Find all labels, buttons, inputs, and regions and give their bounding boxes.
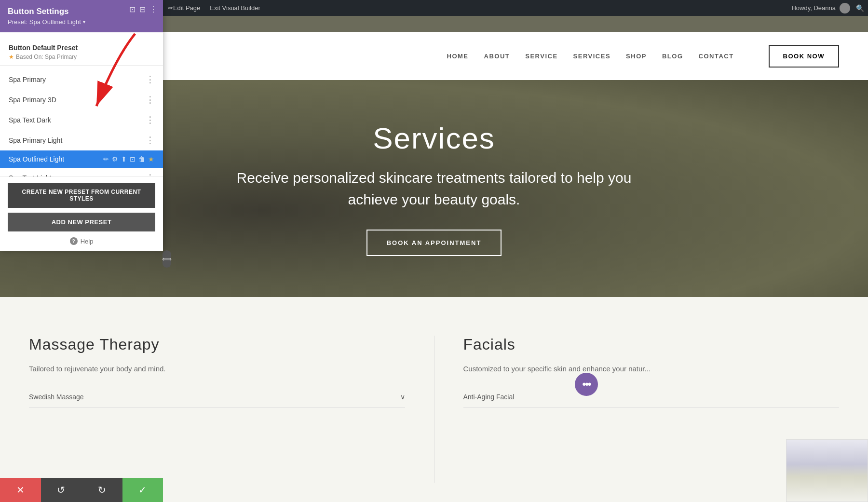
nav-contact[interactable]: CONTACT [699,53,734,60]
undo-button[interactable]: ↺ [41,478,82,502]
undo-icon: ↺ [57,484,65,496]
panel-preset-label[interactable]: Preset: Spa Outlined Light [8,18,81,26]
save-button[interactable]: ✓ [122,478,163,502]
hero-title: Services [227,121,641,155]
panel-header-actions: ⊡ ⊟ ⋮ [129,5,157,14]
button-settings-panel: Button Settings Preset: Spa Outlined Lig… [0,0,163,251]
panel-footer: CREATE NEW PRESET FROM CURRENT STYLES AD… [0,176,163,251]
window-icon[interactable]: ⊡ [129,5,136,14]
preset-item-spa-text-dark[interactable]: Spa Text Dark ⋮ [0,110,163,130]
list-item: Swedish Massage ∨ [29,386,405,408]
hero-content: Services Receive personalized skincare t… [227,121,641,256]
upload-preset-icon[interactable]: ⬆ [121,155,127,163]
preset-label: Spa Outlined Light [9,155,103,163]
expand-icon[interactable]: ∨ [400,393,405,401]
lower-content: Massage Therapy Tailored to rejuvenate y… [0,297,868,502]
service-divider [434,336,434,483]
columns-icon[interactable]: ⊟ [139,5,146,14]
nav-service[interactable]: SERVICE [525,53,557,60]
resize-handle[interactable]: ⟺ [163,250,171,268]
help-circle-icon: ? [70,237,78,245]
preset-options-icon[interactable]: ⋮ [146,173,154,176]
facials-title: Facials [463,336,840,353]
facials-desc: Customized to your specific skin and enh… [463,363,840,375]
preset-item-spa-primary[interactable]: Spa Primary ⋮ [0,69,163,90]
redo-icon: ↻ [98,484,106,496]
preview-thumbnail [786,439,868,502]
cancel-button[interactable]: ✕ [0,478,41,502]
help-label: Help [81,238,94,245]
massage-item-label: Swedish Massage [29,393,84,401]
list-item: Anti-Aging Facial [463,386,840,408]
preview-thumb-image [787,440,868,502]
panel-body: Button Default Preset ★ Based On: Spa Pr… [0,32,163,176]
nav-about[interactable]: ABOUT [484,53,510,60]
create-preset-button[interactable]: CREATE NEW PRESET FROM CURRENT STYLES [8,183,155,208]
based-on-label: Based On: Spa Primary [16,54,77,60]
hero-subtitle: Receive personalized skincare treatments… [227,167,641,210]
nav-services[interactable]: SERVICES [573,53,611,60]
preset-label: Spa Text Dark [9,116,146,124]
massage-desc: Tailored to rejuvenate your body and min… [29,363,405,375]
nav-home[interactable]: HOME [447,53,469,60]
avatar [840,3,850,14]
admin-edit-page[interactable]: ✏ Edit Page [164,0,204,16]
preset-item-spa-text-light[interactable]: Spa Text Light ⋮ [0,168,163,176]
copy-preset-icon[interactable]: ⊡ [130,155,136,163]
default-preset-section: Button Default Preset ★ Based On: Spa Pr… [0,38,163,66]
preset-list: Spa Primary ⋮ Spa Primary 3D ⋮ Spa Text … [0,66,163,176]
search-icon[interactable]: 🔍 [856,4,864,12]
admin-bar-right: Howdy, Deanna 🔍 [791,3,864,14]
favorite-preset-icon[interactable]: ★ [148,155,154,163]
more-options-icon[interactable]: ⋮ [149,5,157,14]
nav-shop[interactable]: SHOP [626,53,647,60]
save-icon: ✓ [138,484,147,496]
chevron-down-icon: ▾ [83,19,85,25]
bottom-toolbar: ✕ ↺ ↻ ✓ [0,478,163,502]
preset-item-spa-primary-3d[interactable]: Spa Primary 3D ⋮ [0,90,163,110]
float-action-button[interactable]: ••• [575,373,598,396]
service-col-facials: Facials Customized to your specific skin… [463,336,840,483]
hero-cta-button[interactable]: BOOK AN APPOINTMENT [366,230,502,256]
service-col-massage: Massage Therapy Tailored to rejuvenate y… [29,336,405,483]
redo-button[interactable]: ↻ [81,478,122,502]
star-icon: ★ [9,54,14,60]
default-preset-based: ★ Based On: Spa Primary [9,54,154,60]
help-link[interactable]: ? Help [8,237,155,245]
delete-preset-icon[interactable]: 🗑 [138,155,145,163]
edit-preset-icon[interactable]: ✏ [103,155,109,163]
panel-preset-subtitle: Preset: Spa Outlined Light ▾ [8,18,155,26]
nav-blog[interactable]: BLOG [662,53,683,60]
default-preset-name: Button Default Preset [9,44,154,52]
panel-header: Button Settings Preset: Spa Outlined Lig… [0,0,163,32]
preset-options-icon[interactable]: ⋮ [146,74,154,85]
preset-label: Spa Primary 3D [9,96,146,104]
preset-active-actions: ✏ ⚙ ⬆ ⊡ 🗑 ★ [103,155,154,163]
admin-howdy: Howdy, Deanna [791,4,836,12]
preset-item-spa-primary-light[interactable]: Spa Primary Light ⋮ [0,130,163,150]
site-menu: HOME ABOUT SERVICE SERVICES SHOP BLOG CO… [447,45,839,68]
ellipsis-icon: ••• [582,378,590,391]
preset-item-spa-outlined-light[interactable]: Spa Outlined Light ✏ ⚙ ⬆ ⊡ 🗑 ★ [0,150,163,168]
admin-exit-builder[interactable]: Exit Visual Builder [206,0,264,16]
cancel-icon: ✕ [16,484,25,496]
preset-label: Spa Primary Light [9,136,146,144]
massage-title: Massage Therapy [29,336,405,353]
settings-preset-icon[interactable]: ⚙ [112,155,118,163]
preset-options-icon[interactable]: ⋮ [146,115,154,125]
book-now-button[interactable]: BOOK NOW [769,45,839,68]
facial-item-label: Anti-Aging Facial [463,393,515,401]
preset-options-icon[interactable]: ⋮ [146,95,154,105]
preset-label: Spa Primary [9,76,146,83]
add-preset-button[interactable]: ADD NEW PRESET [8,213,155,231]
preset-options-icon[interactable]: ⋮ [146,135,154,146]
